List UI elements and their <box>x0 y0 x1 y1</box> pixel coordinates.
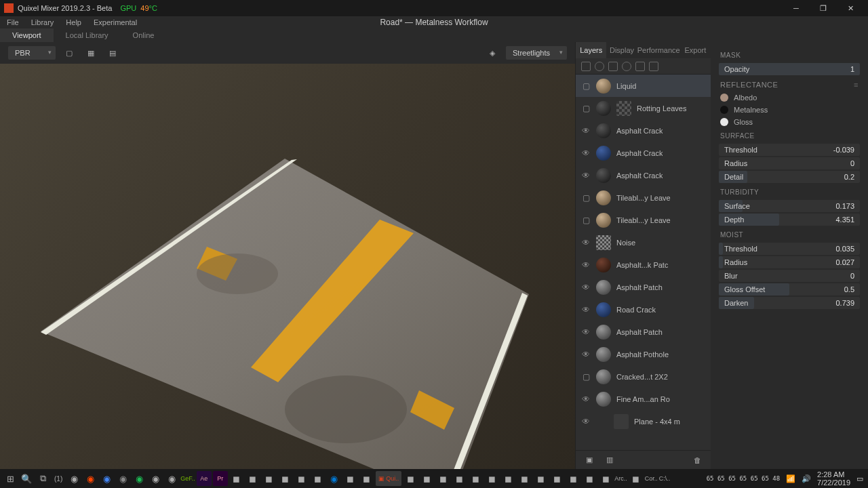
tb-app-11[interactable]: ◼ <box>245 471 260 486</box>
add-folder-icon[interactable]: ▣ <box>581 452 597 468</box>
shading-dropdown[interactable]: PBR <box>8 46 56 60</box>
tb-app-10[interactable]: ◼ <box>229 471 244 486</box>
tb-app-20[interactable]: ◼ <box>403 471 418 486</box>
layer-row[interactable]: ▢Cracked...t 2X2 <box>576 365 711 388</box>
layer-row[interactable]: 👁Noise <box>576 231 711 253</box>
tb-cmd[interactable]: C:\.. <box>659 471 671 486</box>
layer-visibility-toggle[interactable]: 👁 <box>581 394 591 404</box>
layer-row[interactable]: 👁Asphalt Crack <box>576 164 711 186</box>
tb-chrome[interactable]: ◉ <box>99 471 114 486</box>
tb-app-26[interactable]: ◼ <box>500 471 515 486</box>
close-button[interactable]: ✕ <box>837 0 864 16</box>
tb-quixel[interactable]: ▣ Qui.. <box>376 471 402 486</box>
reflectance-channel[interactable]: Gloss <box>711 116 868 128</box>
tb-app-13[interactable]: ◼ <box>278 471 293 486</box>
filter-square-icon[interactable] <box>608 62 618 71</box>
taskview-icon[interactable]: ⧉ <box>35 471 50 486</box>
filter-drop-icon[interactable] <box>595 62 604 71</box>
tb-app-5[interactable]: ◉ <box>132 471 146 486</box>
view-grid-icon[interactable]: ▦ <box>83 45 99 61</box>
layer-visibility-toggle[interactable]: 👁 <box>581 305 591 314</box>
filter-water-icon[interactable] <box>622 62 631 71</box>
moist-gloss-offset[interactable]: Gloss Offset0.5 <box>719 283 860 296</box>
tb-app-12[interactable]: ◼ <box>262 471 277 486</box>
moist-radius[interactable]: Radius0.027 <box>719 256 860 268</box>
layer-visibility-toggle[interactable]: ▢ <box>581 104 591 113</box>
reflectance-channel[interactable]: Metalness <box>711 104 868 116</box>
layer-visibility-toggle[interactable]: 👁 <box>581 260 591 270</box>
viewport-canvas[interactable] <box>0 64 575 469</box>
maximize-button[interactable]: ❐ <box>810 0 837 16</box>
layer-row[interactable]: 👁Plane - 4x4 m <box>576 410 711 432</box>
layer-row[interactable]: 👁Road Crack <box>576 298 711 321</box>
layer-row[interactable]: 👁Asphalt Patch <box>576 276 711 298</box>
turbidity-surface[interactable]: Surface0.173 <box>719 200 860 212</box>
tb-app-28[interactable]: ◼ <box>533 471 548 486</box>
tb-app-34[interactable]: ◼ <box>629 471 644 486</box>
tb-app-32[interactable]: ◼ <box>598 471 613 486</box>
tb-ae[interactable]: Ae <box>197 471 212 486</box>
tb-app-31[interactable]: ◼ <box>582 471 597 486</box>
tb-app-4[interactable]: ◉ <box>115 471 130 486</box>
layer-visibility-toggle[interactable]: ▢ <box>581 193 591 203</box>
layer-visibility-toggle[interactable]: 👁 <box>581 126 591 136</box>
tb-app-18[interactable]: ◼ <box>359 471 374 486</box>
tb-arc[interactable]: Arc.. <box>614 471 627 486</box>
layer-visibility-toggle[interactable]: 👁 <box>581 350 591 359</box>
surface-radius[interactable]: Radius0 <box>719 157 860 169</box>
tb-app-6[interactable]: ◉ <box>148 471 163 486</box>
tb-app-15[interactable]: ◼ <box>311 471 326 486</box>
tb-app-27[interactable]: ◼ <box>517 471 532 486</box>
tray-volume-icon[interactable]: 🔊 <box>800 474 813 483</box>
surface-detail[interactable]: Detail0.2 <box>719 171 860 183</box>
start-icon[interactable]: ⊞ <box>3 471 18 486</box>
layer-row[interactable]: 👁Fine Am...an Ro <box>576 388 711 410</box>
menu-library[interactable]: Library <box>31 18 54 26</box>
tb-pr[interactable]: Pr <box>213 471 228 486</box>
layer-row[interactable]: 👁Asphalt Crack <box>576 142 711 164</box>
delete-layer-icon[interactable]: 🗑 <box>689 452 705 468</box>
tab-online[interactable]: Online <box>121 28 167 42</box>
reflectance-menu-icon[interactable]: ≡ <box>854 81 859 89</box>
reflectance-channel[interactable]: Albedo <box>711 92 868 104</box>
tb-app-30[interactable]: ◼ <box>566 471 580 486</box>
tray-notifications-icon[interactable]: ▭ <box>854 474 865 483</box>
layer-row[interactable]: ▢Liquid <box>576 75 711 97</box>
layer-visibility-toggle[interactable]: 👁 <box>581 238 591 247</box>
tab-export[interactable]: Export <box>680 42 711 58</box>
search-icon[interactable]: 🔍 <box>19 471 34 486</box>
tb-geforce[interactable]: GeF.. <box>180 471 195 486</box>
layer-visibility-toggle[interactable]: 👁 <box>581 148 591 158</box>
layer-visibility-toggle[interactable]: ▢ <box>581 216 591 225</box>
layer-visibility-toggle[interactable]: 👁 <box>581 283 591 292</box>
layer-row[interactable]: ▢Tileabl...y Leave <box>576 209 711 231</box>
prop-opacity[interactable]: Opacity 1 <box>719 63 860 75</box>
moist-blur[interactable]: Blur0 <box>719 270 860 282</box>
tb-app-25[interactable]: ◼ <box>484 471 499 486</box>
tab-performance[interactable]: Performance <box>637 42 680 58</box>
tb-app-24[interactable]: ◼ <box>468 471 483 486</box>
layer-row[interactable]: 👁Asphalt...k Patc <box>576 253 711 276</box>
layer-visibility-toggle[interactable]: 👁 <box>581 417 591 426</box>
surface-threshold[interactable]: Threshold-0.039 <box>719 144 860 156</box>
menu-help[interactable]: Help <box>66 18 81 26</box>
filter-mask-icon[interactable] <box>649 62 658 71</box>
filter-all-icon[interactable] <box>581 62 591 71</box>
tb-app-23[interactable]: ◼ <box>452 471 467 486</box>
menu-file[interactable]: File <box>7 18 19 26</box>
tb-app-14[interactable]: ◼ <box>294 471 309 486</box>
tab-local-library[interactable]: Local Library <box>54 28 121 42</box>
system-tray[interactable]: 65 65 65 65 65 65 48 📶 🔊 2:28 AM7/22/201… <box>705 470 865 487</box>
menu-experimental[interactable]: Experimental <box>94 18 137 26</box>
tb-cor[interactable]: Cor.. <box>645 471 658 486</box>
environment-dropdown[interactable]: Streetlights <box>506 46 567 60</box>
tb-app-29[interactable]: ◼ <box>549 471 564 486</box>
moist-darken[interactable]: Darken0.739 <box>719 297 860 309</box>
tb-app-1[interactable]: ◉ <box>66 471 81 486</box>
view-single-icon[interactable]: ▢ <box>61 45 77 61</box>
layer-row[interactable]: ▢Tileabl...y Leave <box>576 186 711 209</box>
layer-row[interactable]: 👁Asphalt Pothole <box>576 343 711 365</box>
tb-app-21[interactable]: ◼ <box>419 471 434 486</box>
minimize-button[interactable]: ─ <box>783 0 810 16</box>
layer-visibility-toggle[interactable]: ▢ <box>581 372 591 382</box>
